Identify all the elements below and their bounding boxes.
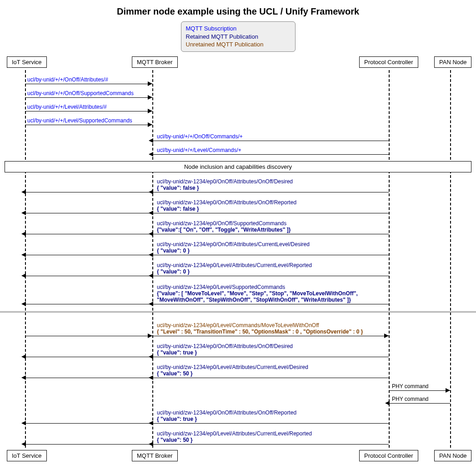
label-ret-10b: { "value": 50 } [157, 437, 193, 444]
label-ret-2b: { "value": false } [157, 206, 199, 212]
label-sub-1: ucl/by-unid/+/+/OnOff/Attributes/# [27, 76, 108, 83]
actor-pc-top: Protocol Controller [359, 56, 418, 68]
lifeline-broker [152, 70, 153, 448]
label-ret-5b: { "value": 0 } [157, 268, 190, 275]
label-ret-3b: {"value":[ "On", "Off", "Toggle", "Write… [157, 227, 291, 233]
label-ret-4a: ucl/by-unid/zw-1234/ep0/OnOff/Attributes… [157, 241, 310, 248]
divider-node-inclusion: Node inclusion and capabilities discover… [5, 161, 471, 172]
legend-retained: Retained MQTT Publication [186, 33, 291, 41]
actor-iot-top: IoT Service [7, 56, 47, 68]
label-sub-3: ucl/by-unid/+/+/Level/Attributes/# [27, 104, 107, 111]
lifeline-pan [450, 70, 451, 448]
label-phy-1: PHY command [392, 383, 428, 390]
label-sub-6: ucl/by-unid/+/+/Level/Commands/+ [157, 147, 241, 154]
label-ret-2a: ucl/by-unid/zw-1234/ep0/OnOff/Attributes… [157, 199, 296, 206]
legend-subscription: MQTT Subscription [186, 25, 291, 33]
actor-pc-bottom: Protocol Controller [359, 450, 418, 461]
lifeline-iot [25, 70, 26, 448]
lifeline-pc [389, 70, 390, 448]
legend-box: MQTT Subscription Retained MQTT Publicat… [181, 21, 296, 52]
label-ret-9a: ucl/by-unid/zw-1234/ep0/OnOff/Attributes… [157, 409, 296, 416]
actor-broker-top: MQTT Broker [132, 56, 178, 68]
label-ret-6c: "MoveWithOnOff", "StepWithOnOff", "StopW… [157, 297, 351, 303]
label-ret-6b: {"value": [ "MoveToLevel", "Move", "Step… [157, 290, 358, 297]
label-unret-1b: { "Level" : 50, "TransitionTime" : 50, "… [157, 329, 363, 335]
label-ret-9b: { "value": true } [157, 416, 197, 423]
label-sub-2: ucl/by-unid/+/+/OnOff/SupportedCommands [27, 90, 134, 97]
actor-pan-bottom: PAN Node [434, 450, 471, 461]
label-ret-4b: { "value": 0 } [157, 248, 190, 254]
label-ret-6a: ucl/by-unid/zw-1234/ep0/Level/SupportedC… [157, 284, 285, 291]
label-ret-7b: { "value": true } [157, 349, 197, 356]
label-phy-2: PHY command [392, 396, 428, 403]
label-sub-5: ucl/by-unid/+/+/OnOff/Commands/+ [157, 133, 243, 140]
label-ret-5a: ucl/by-unid/zw-1234/ep0/Level/Attributes… [157, 262, 312, 269]
actor-pan-top: PAN Node [434, 56, 471, 68]
sequence-diagram: IoT Service MQTT Broker Protocol Control… [0, 56, 476, 461]
actor-broker-bottom: MQTT Broker [132, 450, 178, 461]
label-unret-1a: ucl/by-unid/zw-1234/ep0/Level/Commands/M… [157, 322, 319, 329]
label-sub-4: ucl/by-unid/+/+/Level/SupportedCommands [27, 117, 132, 124]
label-ret-3a: ucl/by-unid/zw-1234/ep0/OnOff/SupportedC… [157, 220, 286, 227]
section-divider [0, 311, 476, 313]
label-ret-8a: ucl/by-unid/zw-1234/ep0/Level/Attributes… [157, 364, 308, 371]
diagram-title: Dimmer node example using the UCL / Unif… [0, 0, 476, 21]
label-ret-8b: { "value": 50 } [157, 370, 193, 377]
label-ret-10a: ucl/by-unid/zw-1234/ep0/Level/Attributes… [157, 430, 312, 437]
page: Dimmer node example using the UCL / Unif… [0, 0, 476, 461]
label-ret-7a: ucl/by-unid/zw-1234/ep0/OnOff/Attributes… [157, 343, 293, 350]
label-ret-1a: ucl/by-unid/zw-1234/ep0/OnOff/Attributes… [157, 178, 293, 185]
legend-unretained: Unretained MQTT Publication [186, 40, 291, 49]
label-ret-1b: { "value": false } [157, 185, 199, 192]
actor-iot-bottom: IoT Service [7, 450, 47, 461]
